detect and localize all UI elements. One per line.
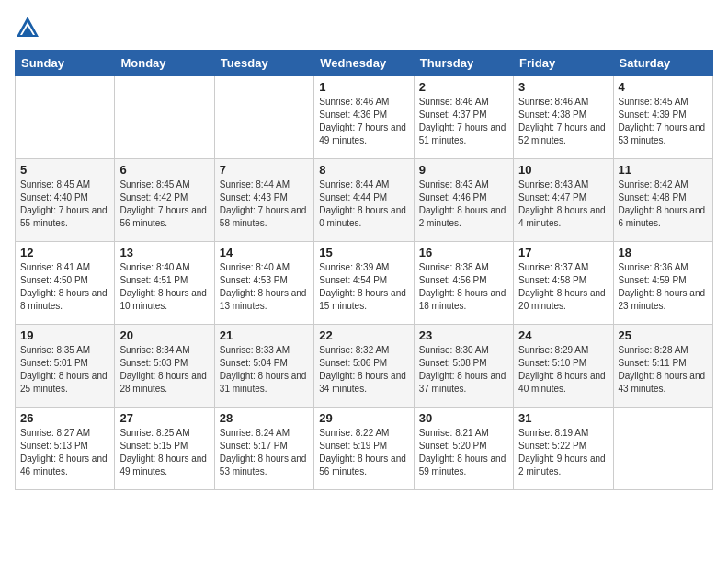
calendar-cell: 28Sunrise: 8:24 AM Sunset: 5:17 PM Dayli… [214, 408, 313, 490]
day-info: Sunrise: 8:43 AM Sunset: 4:46 PM Dayligh… [419, 178, 508, 230]
calendar-cell: 16Sunrise: 8:38 AM Sunset: 4:56 PM Dayli… [414, 242, 513, 325]
day-info: Sunrise: 8:44 AM Sunset: 4:43 PM Dayligh… [220, 178, 309, 230]
day-number: 14 [220, 246, 309, 259]
col-header-wednesday: Wednesday [314, 51, 414, 76]
col-header-thursday: Thursday [414, 51, 513, 76]
col-header-friday: Friday [514, 51, 613, 76]
day-number: 1 [319, 80, 408, 94]
calendar-cell: 23Sunrise: 8:30 AM Sunset: 5:08 PM Dayli… [414, 325, 513, 408]
calendar-cell: 18Sunrise: 8:36 AM Sunset: 4:59 PM Dayli… [613, 242, 712, 325]
calendar-cell: 20Sunrise: 8:34 AM Sunset: 5:03 PM Dayli… [115, 325, 214, 408]
day-number: 10 [518, 163, 608, 177]
col-header-tuesday: Tuesday [214, 51, 313, 76]
calendar-cell: 7Sunrise: 8:44 AM Sunset: 4:43 PM Daylig… [214, 159, 313, 242]
day-info: Sunrise: 8:22 AM Sunset: 5:19 PM Dayligh… [319, 427, 408, 478]
day-info: Sunrise: 8:38 AM Sunset: 4:56 PM Dayligh… [419, 261, 508, 313]
day-info: Sunrise: 8:42 AM Sunset: 4:48 PM Dayligh… [619, 178, 708, 230]
calendar-cell [115, 76, 214, 159]
day-info: Sunrise: 8:40 AM Sunset: 4:53 PM Dayligh… [220, 261, 309, 313]
day-info: Sunrise: 8:19 AM Sunset: 5:22 PM Dayligh… [518, 427, 608, 478]
day-number: 7 [220, 163, 309, 177]
calendar-cell: 3Sunrise: 8:46 AM Sunset: 4:38 PM Daylig… [514, 76, 613, 159]
day-info: Sunrise: 8:41 AM Sunset: 4:50 PM Dayligh… [20, 261, 109, 313]
day-number: 21 [220, 328, 309, 342]
day-number: 5 [20, 163, 109, 177]
calendar-week-row: 19Sunrise: 8:35 AM Sunset: 5:01 PM Dayli… [16, 325, 713, 408]
calendar-cell: 4Sunrise: 8:45 AM Sunset: 4:39 PM Daylig… [613, 76, 712, 159]
calendar-cell: 26Sunrise: 8:27 AM Sunset: 5:13 PM Dayli… [16, 408, 115, 490]
day-info: Sunrise: 8:28 AM Sunset: 5:11 PM Dayligh… [619, 344, 708, 396]
day-info: Sunrise: 8:46 AM Sunset: 4:38 PM Dayligh… [518, 96, 608, 147]
calendar-table: SundayMondayTuesdayWednesdayThursdayFrid… [15, 50, 713, 490]
day-number: 26 [20, 411, 109, 425]
calendar-cell: 14Sunrise: 8:40 AM Sunset: 4:53 PM Dayli… [214, 242, 313, 325]
day-number: 19 [20, 328, 109, 342]
day-number: 3 [518, 80, 608, 94]
day-info: Sunrise: 8:32 AM Sunset: 5:06 PM Dayligh… [319, 344, 408, 396]
day-number: 30 [419, 411, 508, 425]
calendar-cell: 25Sunrise: 8:28 AM Sunset: 5:11 PM Dayli… [613, 325, 712, 408]
day-number: 15 [319, 246, 408, 259]
day-info: Sunrise: 8:45 AM Sunset: 4:40 PM Dayligh… [20, 178, 109, 230]
calendar-week-row: 1Sunrise: 8:46 AM Sunset: 4:36 PM Daylig… [16, 76, 713, 159]
logo [15, 15, 40, 40]
calendar-cell: 22Sunrise: 8:32 AM Sunset: 5:06 PM Dayli… [314, 325, 414, 408]
day-number: 8 [319, 163, 408, 177]
day-info: Sunrise: 8:35 AM Sunset: 5:01 PM Dayligh… [20, 344, 109, 396]
day-number: 2 [419, 80, 508, 94]
calendar-cell: 29Sunrise: 8:22 AM Sunset: 5:19 PM Dayli… [314, 408, 414, 490]
calendar-cell: 31Sunrise: 8:19 AM Sunset: 5:22 PM Dayli… [514, 408, 613, 490]
calendar-cell: 27Sunrise: 8:25 AM Sunset: 5:15 PM Dayli… [115, 408, 214, 490]
calendar-cell: 21Sunrise: 8:33 AM Sunset: 5:04 PM Dayli… [214, 325, 313, 408]
col-header-sunday: Sunday [16, 51, 115, 76]
calendar-cell: 11Sunrise: 8:42 AM Sunset: 4:48 PM Dayli… [613, 159, 712, 242]
day-number: 16 [419, 246, 508, 259]
day-info: Sunrise: 8:45 AM Sunset: 4:42 PM Dayligh… [119, 178, 209, 230]
calendar-cell: 10Sunrise: 8:43 AM Sunset: 4:47 PM Dayli… [514, 159, 613, 242]
day-number: 25 [619, 328, 708, 342]
day-info: Sunrise: 8:43 AM Sunset: 4:47 PM Dayligh… [518, 178, 608, 230]
calendar-cell: 15Sunrise: 8:39 AM Sunset: 4:54 PM Dayli… [314, 242, 414, 325]
col-header-saturday: Saturday [613, 51, 712, 76]
day-info: Sunrise: 8:45 AM Sunset: 4:39 PM Dayligh… [619, 96, 708, 147]
day-info: Sunrise: 8:30 AM Sunset: 5:08 PM Dayligh… [419, 344, 508, 396]
calendar-cell [16, 76, 115, 159]
day-number: 20 [119, 328, 209, 342]
day-number: 9 [419, 163, 508, 177]
day-info: Sunrise: 8:27 AM Sunset: 5:13 PM Dayligh… [20, 427, 109, 478]
calendar-cell: 17Sunrise: 8:37 AM Sunset: 4:58 PM Dayli… [514, 242, 613, 325]
day-info: Sunrise: 8:25 AM Sunset: 5:15 PM Dayligh… [119, 427, 209, 478]
day-number: 18 [619, 246, 708, 259]
calendar-cell: 2Sunrise: 8:46 AM Sunset: 4:37 PM Daylig… [414, 76, 513, 159]
day-info: Sunrise: 8:34 AM Sunset: 5:03 PM Dayligh… [119, 344, 209, 396]
day-number: 6 [119, 163, 209, 177]
day-info: Sunrise: 8:46 AM Sunset: 4:37 PM Dayligh… [419, 96, 508, 147]
calendar-cell: 5Sunrise: 8:45 AM Sunset: 4:40 PM Daylig… [16, 159, 115, 242]
day-number: 29 [319, 411, 408, 425]
day-number: 24 [518, 328, 608, 342]
calendar-cell: 8Sunrise: 8:44 AM Sunset: 4:44 PM Daylig… [314, 159, 414, 242]
calendar-cell: 9Sunrise: 8:43 AM Sunset: 4:46 PM Daylig… [414, 159, 513, 242]
day-number: 17 [518, 246, 608, 259]
calendar-cell [214, 76, 313, 159]
calendar-week-row: 12Sunrise: 8:41 AM Sunset: 4:50 PM Dayli… [16, 242, 713, 325]
day-info: Sunrise: 8:40 AM Sunset: 4:51 PM Dayligh… [119, 261, 209, 313]
calendar-header-row: SundayMondayTuesdayWednesdayThursdayFrid… [16, 51, 713, 76]
day-info: Sunrise: 8:24 AM Sunset: 5:17 PM Dayligh… [220, 427, 309, 478]
day-info: Sunrise: 8:39 AM Sunset: 4:54 PM Dayligh… [319, 261, 408, 313]
calendar-cell: 6Sunrise: 8:45 AM Sunset: 4:42 PM Daylig… [115, 159, 214, 242]
day-number: 12 [20, 246, 109, 259]
day-number: 11 [619, 163, 708, 177]
calendar-cell: 30Sunrise: 8:21 AM Sunset: 5:20 PM Dayli… [414, 408, 513, 490]
day-number: 27 [119, 411, 209, 425]
calendar-cell: 1Sunrise: 8:46 AM Sunset: 4:36 PM Daylig… [314, 76, 414, 159]
day-number: 4 [619, 80, 708, 94]
day-number: 28 [220, 411, 309, 425]
day-info: Sunrise: 8:44 AM Sunset: 4:44 PM Dayligh… [319, 178, 408, 230]
day-number: 13 [119, 246, 209, 259]
day-info: Sunrise: 8:21 AM Sunset: 5:20 PM Dayligh… [419, 427, 508, 478]
day-info: Sunrise: 8:33 AM Sunset: 5:04 PM Dayligh… [220, 344, 309, 396]
day-info: Sunrise: 8:46 AM Sunset: 4:36 PM Dayligh… [319, 96, 408, 147]
calendar-cell: 19Sunrise: 8:35 AM Sunset: 5:01 PM Dayli… [16, 325, 115, 408]
day-info: Sunrise: 8:37 AM Sunset: 4:58 PM Dayligh… [518, 261, 608, 313]
